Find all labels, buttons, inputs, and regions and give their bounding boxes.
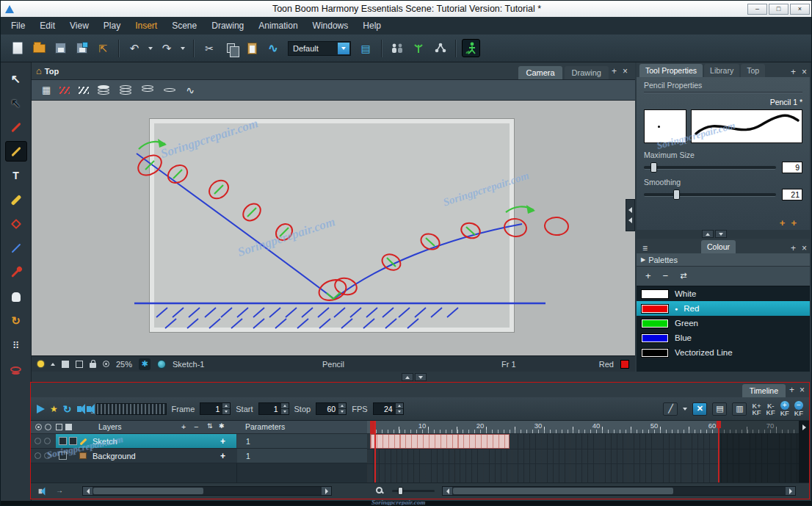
redo-button[interactable]: ↷ xyxy=(157,39,176,58)
workspace-select[interactable]: Default xyxy=(288,41,351,56)
remove-layer-button[interactable]: − xyxy=(194,422,198,431)
scrollbar-thumb[interactable] xyxy=(93,488,203,494)
grid-dots-tool[interactable]: ⠿ xyxy=(5,335,27,355)
reorder-layers-icon[interactable]: ⇅ xyxy=(207,422,213,430)
colour-row-vectorized-line[interactable]: Vectorized Line xyxy=(637,345,810,360)
workspace-dropdown-button[interactable] xyxy=(338,43,349,54)
redo-dropdown[interactable] xyxy=(178,39,187,58)
workspace-layout-button[interactable]: ▤ xyxy=(356,39,375,58)
rotate-view-tool[interactable]: ↻ xyxy=(5,311,27,331)
multi-user-button[interactable] xyxy=(388,39,407,58)
settings-gear-button[interactable]: ✱ xyxy=(139,358,151,370)
slider-handle[interactable] xyxy=(650,162,657,173)
lock-all-icon[interactable] xyxy=(65,424,72,430)
spin-up-button[interactable] xyxy=(338,403,346,409)
menu-file[interactable]: File xyxy=(4,17,32,35)
disc-single-button[interactable] xyxy=(164,85,177,95)
frame-jog-icon[interactable]: → xyxy=(56,486,63,494)
enable-checkbox[interactable] xyxy=(59,452,67,460)
close-view-button[interactable]: × xyxy=(620,66,631,76)
panel-collapse-handle[interactable] xyxy=(626,199,635,231)
spin-down-button[interactable] xyxy=(338,409,346,414)
zoom-level[interactable]: 25% xyxy=(116,360,132,369)
palettes-row[interactable]: ▶ Palettes xyxy=(637,253,810,267)
sound-scrubbing-button[interactable]: S xyxy=(87,406,91,412)
start-spinner[interactable]: 1 xyxy=(258,402,289,415)
expand-parameters-button[interactable]: + xyxy=(220,449,225,463)
text-tool[interactable]: T xyxy=(5,165,27,186)
solo-toggle-icon[interactable] xyxy=(44,452,51,459)
play-walk-cycle-button[interactable] xyxy=(462,39,480,57)
play-range-button[interactable]: ★ xyxy=(50,404,58,414)
colour-row-red[interactable]: ● Red xyxy=(637,301,810,316)
tab-tool-properties[interactable]: Tool Properties xyxy=(639,64,703,77)
paint-bucket-tool[interactable] xyxy=(5,214,27,234)
slider-handle[interactable] xyxy=(673,189,680,200)
duplicate-drawing-button[interactable]: ▥ xyxy=(732,402,747,416)
cut-button[interactable]: ✂ xyxy=(200,39,219,58)
open-scene-button[interactable] xyxy=(29,39,48,58)
add-view-button[interactable]: + xyxy=(786,385,797,395)
spin-up-button[interactable] xyxy=(280,403,289,409)
onion-skin-up-icon[interactable] xyxy=(51,363,55,366)
show-grid-button[interactable]: ▦ xyxy=(42,84,51,95)
tab-timeline[interactable]: Timeline xyxy=(742,384,786,397)
remove-colour-button[interactable]: − xyxy=(663,270,669,281)
layer-settings-icon[interactable]: ✱ xyxy=(219,422,225,430)
frame-spinner[interactable]: 1 xyxy=(200,402,231,415)
spin-down-button[interactable] xyxy=(280,409,289,414)
edit-colour-button[interactable]: ⇄ xyxy=(680,271,686,281)
eye-icon[interactable] xyxy=(103,361,109,367)
minimize-button[interactable]: – xyxy=(747,4,767,15)
delete-keyframe-button[interactable]: ✕ xyxy=(692,402,707,416)
home-icon[interactable]: ⌂ xyxy=(36,65,42,76)
fps-spinner[interactable]: 24 xyxy=(373,402,404,415)
hand-tool[interactable] xyxy=(5,286,27,307)
disc-stack-button[interactable] xyxy=(142,85,155,95)
menu-help[interactable]: Help xyxy=(355,17,388,35)
sketch-exposure-block[interactable] xyxy=(370,434,510,449)
solo-toggle-icon[interactable] xyxy=(44,438,51,444)
new-scene-button[interactable] xyxy=(8,39,27,58)
antenna-button[interactable] xyxy=(409,39,428,58)
close-view-button[interactable]: × xyxy=(799,67,810,77)
scrollbar-thumb[interactable] xyxy=(453,488,673,494)
select-tool[interactable]: ↖ xyxy=(5,68,27,89)
solo-icon[interactable] xyxy=(45,424,51,430)
menu-scene[interactable]: Scene xyxy=(164,17,204,35)
frames-scrollbar[interactable] xyxy=(442,486,796,496)
undo-dropdown[interactable] xyxy=(146,39,155,58)
mute-toggle-icon[interactable] xyxy=(35,452,41,459)
line-tool[interactable] xyxy=(5,238,27,259)
sound-scrub-icon[interactable] xyxy=(39,489,43,494)
undo-button[interactable]: ↶ xyxy=(125,39,144,58)
loop-button[interactable]: ↻ xyxy=(63,403,72,415)
menu-animation[interactable]: Animation xyxy=(251,17,305,35)
tab-drawing[interactable]: Drawing xyxy=(565,66,609,79)
scroll-right-button[interactable] xyxy=(786,487,795,495)
add-view-button[interactable]: + xyxy=(788,243,799,253)
brush-tool[interactable] xyxy=(5,117,27,137)
copy-button[interactable] xyxy=(221,39,240,58)
frames-scroll-strip[interactable] xyxy=(799,421,809,482)
add-drawing-button[interactable]: ▤ xyxy=(712,402,727,416)
menu-drawing[interactable]: Drawing xyxy=(204,17,251,35)
add-keyframe-button[interactable]: + KF xyxy=(780,401,789,416)
wave-guide-button[interactable]: ∿ xyxy=(186,84,195,96)
drawing-canvas[interactable] xyxy=(32,101,635,355)
preset-add-buttons[interactable]: ++ xyxy=(780,217,802,228)
layer-row-background[interactable]: Background + 1 xyxy=(31,449,367,463)
show-strokes-button[interactable] xyxy=(59,87,70,94)
playhead-line[interactable] xyxy=(374,421,376,482)
smoothing-value[interactable]: 21 xyxy=(782,189,802,200)
remove-keyframe-button[interactable]: − KF xyxy=(794,401,803,416)
zoom-lens-icon[interactable] xyxy=(376,487,383,494)
timeline-frames-area[interactable]: 10 20 30 40 50 60 70 xyxy=(367,421,809,482)
mute-toggle-icon[interactable] xyxy=(35,438,41,444)
tab-top[interactable]: Top xyxy=(741,64,765,77)
scroll-left-button[interactable] xyxy=(443,487,452,495)
tab-library[interactable]: Library xyxy=(704,64,739,77)
spin-down-button[interactable] xyxy=(395,409,403,414)
sound-button[interactable] xyxy=(77,406,81,412)
show-outlines-button[interactable] xyxy=(79,87,89,94)
